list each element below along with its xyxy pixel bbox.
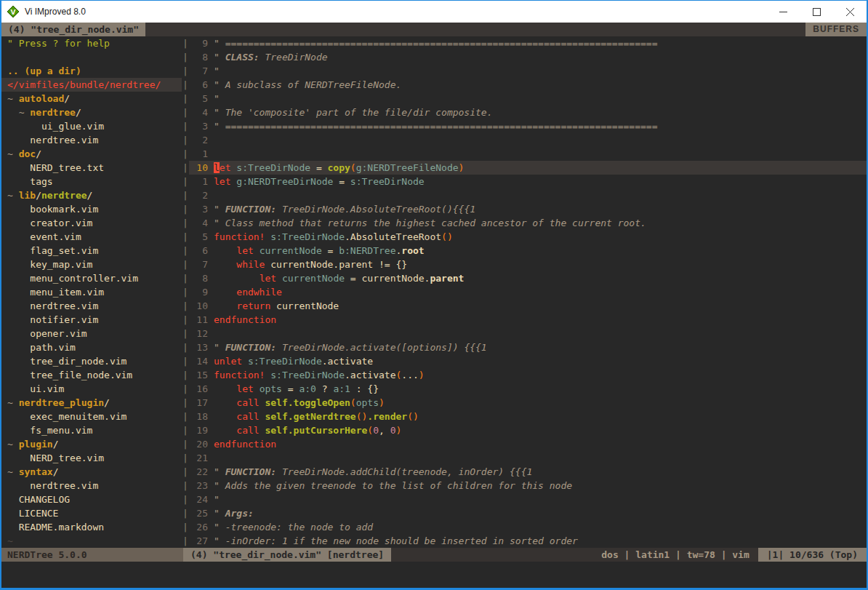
tree-row[interactable]: NERD_tree.vim: [1, 451, 182, 465]
close-button[interactable]: [833, 1, 867, 23]
tree-row[interactable]: ~ nerdtree_plugin/: [1, 396, 182, 410]
code-line[interactable]: 6" A subclass of NERDTreeFileNode.: [189, 78, 867, 92]
code-line[interactable]: 2: [189, 188, 867, 202]
code-line[interactable]: 23" Adds the given treenode to the list …: [189, 479, 867, 493]
code-line[interactable]: 2: [189, 133, 867, 147]
splitter-glyph: |: [182, 396, 189, 410]
tree-row[interactable]: tags: [1, 175, 182, 188]
splitter-glyph: |: [182, 230, 189, 244]
code-text: function! s:TreeDirNode.AbsoluteTreeRoot…: [214, 231, 453, 242]
splitter-glyph: |: [182, 354, 189, 368]
tree-row[interactable]: NERD_tree.txt: [1, 161, 182, 175]
code-line[interactable]: 14unlet s:TreeDirNode.activate: [189, 354, 867, 368]
code-line[interactable]: 10 return currentNode: [189, 299, 867, 313]
line-number: 17: [189, 396, 208, 410]
tree-row[interactable]: ~ lib/nerdtree/: [1, 188, 182, 202]
line-number: 18: [189, 410, 208, 423]
code-line[interactable]: 22" FUNCTION: TreeDirNode.addChild(treen…: [189, 465, 867, 479]
code-line[interactable]: 26" -treenode: the node to add: [189, 520, 867, 534]
code-line[interactable]: 3" =====================================…: [189, 119, 867, 133]
minimize-button[interactable]: [766, 1, 800, 23]
command-line[interactable]: [1, 562, 867, 588]
tree-row[interactable]: nerdtree.vim: [1, 479, 182, 493]
code-line[interactable]: 12: [189, 327, 867, 340]
tree-row[interactable]: menu_controller.vim: [1, 271, 182, 285]
tree-row[interactable]: opener.vim: [1, 327, 182, 340]
tree-row[interactable]: ~ autoload/: [1, 92, 182, 105]
line-number: 20: [189, 437, 208, 451]
tree-row[interactable]: CHANGELOG: [1, 493, 182, 506]
splitter-glyph: |: [182, 50, 189, 64]
code-line[interactable]: 27" -inOrder: 1 if the new node should b…: [189, 534, 867, 548]
code-line[interactable]: 20endfunction: [189, 437, 867, 451]
tree-row[interactable]: exec_menuitem.vim: [1, 410, 182, 423]
code-line[interactable]: 7": [189, 64, 867, 78]
tree-row[interactable]: nerdtree.vim: [1, 299, 182, 313]
tree-row[interactable]: path.vim: [1, 340, 182, 354]
maximize-button[interactable]: [800, 1, 833, 23]
code-line[interactable]: 15function! s:TreeDirNode.activate(...): [189, 368, 867, 382]
code-line[interactable]: 4" Class method that returns the highest…: [189, 216, 867, 230]
tree-row[interactable]: " Press ? for help: [1, 36, 182, 50]
tree-row[interactable]: flag_set.vim: [1, 244, 182, 258]
code-line[interactable]: 25" Args:: [189, 506, 867, 520]
tree-row[interactable]: ~ plugin/: [1, 437, 182, 451]
code-line[interactable]: 4" The 'composite' part of the file/dir …: [189, 105, 867, 119]
tree-row[interactable]: fs_menu.vim: [1, 423, 182, 437]
code-line[interactable]: 17 call self.toggleOpen(opts): [189, 396, 867, 410]
tree-row[interactable]: ui.vim: [1, 382, 182, 396]
code-line[interactable]: 5function! s:TreeDirNode.AbsoluteTreeRoo…: [189, 230, 867, 244]
code-line[interactable]: 3" FUNCTION: TreeDirNode.AbsoluteTreeRoo…: [189, 202, 867, 216]
code-line[interactable]: 8" CLASS: TreeDirNode: [189, 50, 867, 64]
code-line[interactable]: 21: [189, 451, 867, 465]
code-line[interactable]: 18 call self.getNerdtree().render(): [189, 410, 867, 423]
window-splitter[interactable]: |||||||||||||||||||||||||||||||||||||: [182, 36, 189, 548]
code-text: call self.putCursorHere(0, 0): [214, 425, 401, 436]
tree-row[interactable]: .. (up a dir): [1, 64, 182, 78]
title-bar[interactable]: V Vi IMproved 8.0: [1, 1, 867, 23]
line-number: 5: [189, 92, 208, 105]
tree-row[interactable]: tree_dir_node.vim: [1, 354, 182, 368]
tree-row[interactable]: ui_glue.vim: [1, 119, 182, 133]
tree-row[interactable]: bookmark.vim: [1, 202, 182, 216]
code-line[interactable]: 9" =====================================…: [189, 36, 867, 50]
tree-row[interactable]: event.vim: [1, 230, 182, 244]
code-line[interactable]: 1: [189, 147, 867, 161]
code-line[interactable]: 1let g:NERDTreeDirNode = s:TreeDirNode: [189, 175, 867, 188]
tree-row[interactable]: README.markdown: [1, 520, 182, 534]
code-text: " Class method that returns the highest …: [214, 218, 646, 228]
code-line[interactable]: 9 endwhile: [189, 285, 867, 299]
code-text: ": [214, 93, 220, 104]
splitter-glyph: |: [182, 105, 189, 119]
code-line-current[interactable]: 10let s:TreeDirNode = copy(g:NERDTreeFil…: [189, 161, 867, 175]
tree-row[interactable]: ~ syntax/: [1, 465, 182, 479]
tree-row[interactable]: nerdtree.vim: [1, 133, 182, 147]
statusline-filename: (4) "tree_dir_node.vim" [nerdtree]: [183, 548, 391, 562]
line-number: 10: [189, 161, 208, 175]
tree-root-path[interactable]: </vimfiles/bundle/nerdtree/: [1, 78, 182, 92]
code-line[interactable]: 16 let opts = a:0 ? a:1 : {}: [189, 382, 867, 396]
code-line[interactable]: 5": [189, 92, 867, 105]
code-line[interactable]: 19 call self.putCursorHere(0, 0): [189, 423, 867, 437]
tree-row[interactable]: creator.vim: [1, 216, 182, 230]
tree-row[interactable]: key_map.vim: [1, 258, 182, 271]
tree-row[interactable]: ~ nerdtree/: [1, 105, 182, 119]
tab-tree-dir-node[interactable]: (4) "tree_dir_node.vim": [1, 23, 145, 36]
code-line[interactable]: 13" FUNCTION: TreeDirNode.activate([opti…: [189, 340, 867, 354]
tree-row[interactable]: notifier.vim: [1, 313, 182, 327]
splitter-glyph: |: [182, 313, 189, 327]
line-number: 23: [189, 479, 208, 493]
code-line[interactable]: 6 let currentNode = b:NERDTree.root: [189, 244, 867, 258]
code-line[interactable]: 8 let currentNode = currentNode.parent: [189, 271, 867, 285]
code-line[interactable]: 7 while currentNode.parent != {}: [189, 258, 867, 271]
line-number: 6: [189, 78, 208, 92]
code-line[interactable]: 11endfunction: [189, 313, 867, 327]
tree-row[interactable]: ~ doc/: [1, 147, 182, 161]
tree-row[interactable]: tree_file_node.vim: [1, 368, 182, 382]
splitter-glyph: |: [182, 36, 189, 50]
tabline: (4) "tree_dir_node.vim" BUFFERS: [1, 23, 867, 36]
code-line[interactable]: 24": [189, 493, 867, 506]
tree-row[interactable]: LICENCE: [1, 506, 182, 520]
splitter-glyph: |: [182, 368, 189, 382]
tree-row[interactable]: menu_item.vim: [1, 285, 182, 299]
